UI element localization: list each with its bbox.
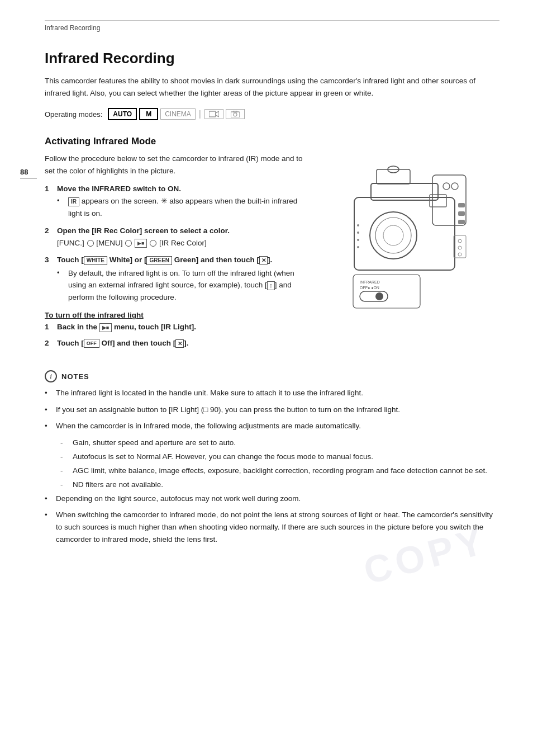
step-1-body: • IR appears on the screen. ✳ also appea… [45, 195, 310, 219]
step-3-text: Touch [WHITE White] or [GREEN Green] and… [57, 256, 272, 264]
step-3: 3 Touch [WHITE White] or [GREEN Green] a… [45, 256, 310, 303]
step-1-bullet: • IR appears on the screen. ✳ also appea… [57, 195, 310, 219]
note-sub-2: - Autofocus is set to Normal AF. However… [60, 451, 499, 464]
mode-camera [226, 109, 245, 119]
note-bullet-1: • [45, 387, 51, 399]
ir-badge: IR [68, 197, 79, 206]
note-item-1: • The infrared light is located in the h… [45, 387, 499, 399]
note-text-5: When switching the camcorder to infrared… [56, 509, 499, 545]
note-sub-3: - AGC limit, white balance, image effect… [60, 465, 499, 478]
step-3-num: 3 [45, 256, 53, 264]
subsection-turn-off: To turn off the infrared light [45, 311, 310, 319]
note-item-5: • When switching the camcorder to infrar… [45, 509, 499, 545]
mode-video [204, 109, 223, 119]
bullet-dot-2: • [57, 267, 64, 279]
svg-point-29 [458, 239, 461, 243]
note-text-2: If you set an assignable button to [IR L… [56, 404, 400, 416]
step-3-bullet: • By default, the infrared light is on. … [57, 267, 310, 304]
svg-rect-0 [209, 111, 216, 117]
dash-4: - [60, 479, 68, 492]
turn-off-step-1-text: Back in the ▶■ menu, touch [IR Light]. [57, 323, 196, 332]
svg-rect-8 [377, 169, 410, 184]
svg-rect-14 [458, 211, 465, 216]
page-number: 88 [20, 168, 28, 176]
note-bullet-3: • [45, 420, 51, 432]
dash-3: - [60, 465, 68, 478]
step-2-heading: 2 Open the [IR Rec Color] screen to sele… [45, 226, 310, 235]
top-rule [45, 20, 499, 21]
bullet-dot: • [57, 195, 64, 207]
mode-cinema: CINEMA [160, 108, 196, 120]
step-2-body: [FUNC.] [MENU] ▶■ [IR Rec Color] [45, 237, 310, 249]
step-1-bullet-text: IR appears on the screen. ✳ also appears… [68, 195, 310, 219]
svg-point-17 [443, 183, 450, 190]
circle-icon-1 [87, 240, 94, 247]
green-badge: GREEN [146, 256, 172, 265]
note-text-1: The infrared light is located in the han… [56, 387, 363, 399]
turn-off-step-2-text: Touch [OFF Off] and then touch [✕]. [57, 339, 188, 348]
svg-point-23 [375, 292, 383, 300]
page-title: Infrared Recording [45, 50, 499, 67]
step-3-bullet-text: By default, the infrared light is on. To… [68, 267, 310, 304]
notes-label: NOTES [61, 372, 89, 381]
white-badge: WHITE [84, 256, 107, 265]
notes-section: i NOTES • The infrared light is located … [45, 370, 499, 545]
note-sub-4: - ND filters are not available. [60, 479, 499, 492]
camera-icon [231, 111, 240, 117]
note-sub-text-1: Gain, shutter speed and aperture are set… [73, 437, 236, 450]
mode-auto: AUTO [108, 108, 137, 120]
breadcrumb: Infrared Recording [45, 24, 499, 32]
svg-point-3 [234, 113, 237, 116]
svg-point-26 [357, 239, 359, 241]
svg-point-24 [357, 224, 359, 226]
operating-modes-label: Operating modes: [45, 110, 102, 119]
svg-point-12 [383, 225, 403, 245]
menu-icon-2: ▶■ [99, 323, 112, 332]
section-intro: Follow the procedure below to set the ca… [45, 153, 310, 177]
note-sub-text-4: ND filters are not available. [73, 479, 163, 492]
camera-diagram: INFRARED OFF● ●ON [321, 153, 499, 355]
circle-icon-2 [125, 240, 132, 247]
turn-off-step-2: 2 Touch [OFF Off] and then touch [✕]. [45, 339, 310, 348]
svg-rect-22 [360, 291, 388, 301]
note-item-2: • If you set an assignable button to [IR… [45, 404, 499, 416]
turn-off-step-1: 1 Back in the ▶■ menu, touch [IR Light]. [45, 323, 310, 332]
step-3-body: • By default, the infrared light is on. … [45, 267, 310, 304]
instructions: Follow the procedure below to set the ca… [45, 153, 310, 355]
x-symbol-1: ✕ [259, 256, 268, 264]
intro-text: This camcorder features the ability to s… [45, 75, 499, 99]
note-item-4: • Depending on the light source, autofoc… [45, 493, 499, 505]
note-bullet-5: • [45, 509, 51, 521]
svg-rect-28 [454, 235, 466, 258]
section-title-activating: Activating Infrared Mode [45, 136, 499, 147]
turn-off-step-1-num: 1 [45, 323, 53, 332]
content-area: Follow the procedure below to set the ca… [45, 153, 499, 355]
svg-rect-15 [458, 220, 465, 224]
svg-rect-5 [354, 197, 455, 270]
dash-1: - [60, 437, 68, 450]
svg-point-10 [370, 212, 417, 259]
step-2-text: Open the [IR Rec Color] screen to select… [57, 226, 230, 235]
note-bullet-2: • [45, 404, 51, 416]
back-icon: ↑ [267, 281, 275, 290]
svg-text:OFF●   ●ON: OFF● ●ON [360, 286, 379, 290]
svg-point-27 [357, 246, 359, 248]
svg-rect-13 [458, 203, 465, 207]
turn-off-step-2-heading: 2 Touch [OFF Off] and then touch [✕]. [45, 339, 310, 348]
note-item-3: • When the camcorder is in Infrared mode… [45, 420, 499, 432]
note-text-4: Depending on the light source, autofocus… [56, 493, 301, 505]
svg-point-31 [458, 253, 461, 256]
svg-marker-1 [216, 111, 219, 117]
mode-sep: | [199, 109, 201, 119]
step-1: 1 Move the INFRARED switch to ON. • IR a… [45, 185, 310, 219]
turn-off-step-2-num: 2 [45, 339, 53, 348]
note-bullet-4: • [45, 493, 51, 505]
step-1-heading: 1 Move the INFRARED switch to ON. [45, 185, 310, 193]
off-badge: OFF [84, 339, 99, 348]
dash-2: - [60, 451, 68, 464]
step-1-text: Move the INFRARED switch to ON. [57, 185, 181, 193]
page: Infrared Recording Infrared Recording Th… [0, 0, 533, 756]
menu-icon-1: ▶■ [135, 239, 147, 248]
svg-text:INFRARED: INFRARED [360, 280, 380, 284]
svg-point-30 [458, 246, 461, 249]
